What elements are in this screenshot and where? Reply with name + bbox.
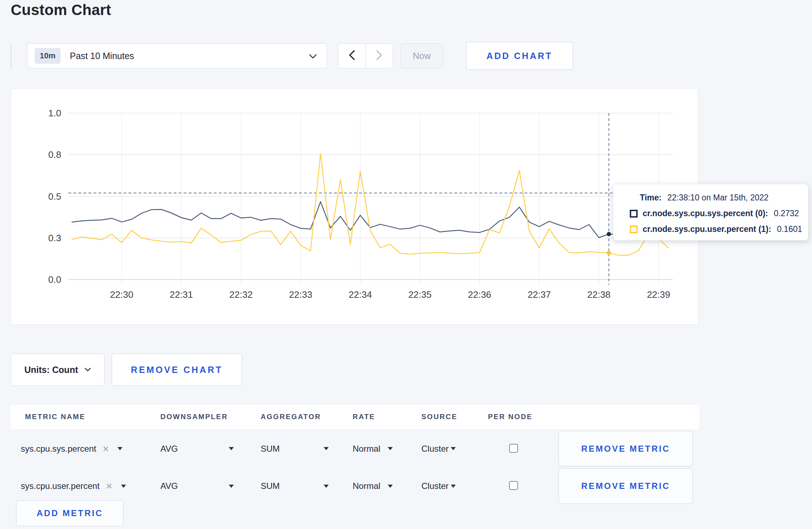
rate-value: Normal [353,444,380,454]
svg-text:0.3: 0.3 [48,233,61,243]
source-select[interactable]: Cluster [421,468,456,504]
metrics-chart[interactable]: 0.00.30.50.81.022:3022:3122:3222:3322:34… [11,89,698,324]
svg-text:22:31: 22:31 [170,289,193,300]
aggregator-select[interactable]: SUM [261,431,329,466]
svg-text:0.8: 0.8 [48,149,61,160]
svg-text:22:34: 22:34 [349,289,372,300]
svg-text:22:32: 22:32 [229,289,253,300]
caret-down-icon [388,485,393,488]
svg-text:0.5: 0.5 [48,191,61,202]
caret-down-icon [388,447,393,450]
rate-value: Normal [353,481,380,491]
next-button[interactable] [366,44,393,68]
tooltip-series-value: 0.1601 [777,224,802,234]
source-value: Cluster [421,481,449,491]
time-range-label: Past 10 Minutes [70,51,134,61]
prev-button[interactable] [338,44,366,68]
metric-row: sys.cpu.sys.percent × AVG SUM Normal Clu… [11,431,699,466]
aggregator-value: SUM [261,481,280,491]
caret-down-icon [451,447,456,450]
clear-metric-icon[interactable]: × [103,443,109,454]
time-range-badge: 10m [35,48,61,64]
remove-metric-button[interactable]: REMOVE METRIC [559,468,693,504]
time-range-select[interactable]: 10m Past 10 Minutes [27,43,327,68]
units-label: Units: Count [24,365,78,375]
downsampler-value: AVG [160,444,178,454]
chart-tooltip: Time:22:38:10 on Mar 15th, 2022 cr.node.… [613,184,808,241]
column-header-aggregator: AGGREGATOR [261,413,321,421]
metric-name-value: sys.cpu.user.percent [21,481,100,491]
now-button[interactable]: Now [400,43,443,68]
metric-row: sys.cpu.user.percent × AVG SUM Normal Cl… [11,468,699,504]
tooltip-series-label: cr.node.sys.cpu.user.percent (1): [643,224,771,234]
svg-text:1.0: 1.0 [48,108,61,118]
column-header-downsampler: DOWNSAMPLER [160,413,228,421]
aggregator-value: SUM [261,444,280,454]
table-header-row: METRIC NAME DOWNSAMPLER AGGREGATOR RATE … [11,405,699,429]
metric-name-value: sys.cpu.sys.percent [21,444,96,454]
tooltip-series-row: cr.node.sys.cpu.sys.percent (0): 0.2732 [630,209,799,218]
caret-down-icon [121,485,126,488]
source-select[interactable]: Cluster [421,431,456,466]
svg-text:22:38: 22:38 [587,289,610,300]
aggregator-select[interactable]: SUM [261,468,329,504]
caret-down-icon [324,485,329,488]
tooltip-series-value: 0.2732 [774,209,799,218]
caret-down-icon [229,447,234,450]
legend-square-icon [630,210,638,218]
tooltip-series-label: cr.node.sys.cpu.sys.percent (0): [643,209,768,218]
chevron-right-icon [376,50,382,62]
downsampler-select[interactable]: AVG [160,468,234,504]
remove-chart-button[interactable]: REMOVE CHART [112,354,242,386]
column-header-source: SOURCE [421,413,458,421]
metric-name-select[interactable]: sys.cpu.sys.percent × [21,431,122,466]
tooltip-time-label: Time: [640,193,662,202]
downsampler-select[interactable]: AVG [160,431,234,466]
tooltip-series-row: cr.node.sys.cpu.user.percent (1): 0.1601 [630,224,799,234]
svg-text:22:30: 22:30 [110,289,133,300]
chevron-down-icon [309,54,317,60]
svg-text:0.0: 0.0 [48,274,61,285]
toolbar-divider [11,43,11,69]
caret-down-icon [451,485,456,488]
caret-down-icon [229,485,234,488]
time-pager [338,43,393,68]
source-value: Cluster [421,444,449,454]
svg-text:22:37: 22:37 [528,289,551,300]
metric-name-select[interactable]: sys.cpu.user.percent × [21,468,126,504]
svg-text:22:33: 22:33 [289,289,312,300]
per-node-checkbox[interactable] [509,444,518,453]
per-node-checkbox[interactable] [509,481,518,490]
units-select[interactable]: Units: Count [11,354,105,386]
clear-metric-icon[interactable]: × [106,481,112,491]
add-metric-button[interactable]: ADD METRIC [16,500,124,526]
tooltip-time-value: 22:38:10 on Mar 15th, 2022 [667,193,769,202]
rate-select[interactable]: Normal [353,468,393,504]
tooltip-time-row: Time:22:38:10 on Mar 15th, 2022 [630,193,799,203]
legend-square-icon [630,225,638,233]
downsampler-value: AVG [160,481,178,491]
svg-text:22:35: 22:35 [408,289,431,300]
remove-metric-button[interactable]: REMOVE METRIC [559,431,693,466]
chevron-left-icon [349,50,355,62]
caret-down-icon [324,447,329,450]
add-chart-button[interactable]: ADD CHART [466,42,573,70]
rate-select[interactable]: Normal [353,431,393,466]
chevron-down-icon [84,368,91,372]
column-header-per-node: PER NODE [488,413,532,421]
page-title: Custom Chart [11,1,111,19]
caret-down-icon [117,447,122,450]
column-header-metric-name: METRIC NAME [25,413,86,421]
chart-card: 0.00.30.50.81.022:3022:3122:3222:3322:34… [11,88,698,325]
svg-text:22:39: 22:39 [647,289,670,300]
column-header-rate: RATE [353,413,375,421]
svg-text:22:36: 22:36 [468,289,491,300]
